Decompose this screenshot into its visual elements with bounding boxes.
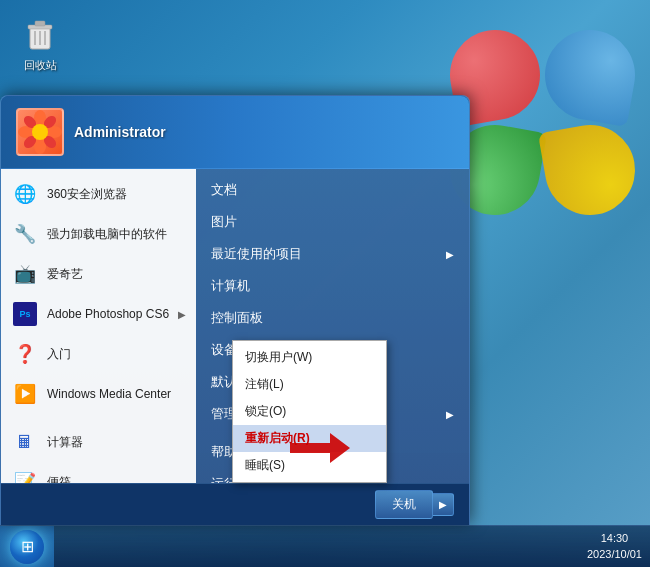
- recent-arrow: ▶: [446, 249, 454, 260]
- popup-switch-label: 切换用户(W): [245, 349, 312, 366]
- menu-item-calc-label: 计算器: [47, 434, 83, 451]
- admin-arrow: ▶: [446, 409, 454, 420]
- start-menu-user-header: Administrator: [1, 96, 469, 169]
- menu-item-wmp[interactable]: ▶️ Windows Media Center: [1, 374, 196, 414]
- shutdown-button[interactable]: 关机: [375, 490, 433, 519]
- start-orb: ⊞: [10, 530, 44, 564]
- menu-item-ps-label: Adobe Photoshop CS6: [47, 307, 169, 321]
- red-arrow-indicator: [290, 433, 350, 463]
- shutdown-arrow-button[interactable]: ▶: [433, 493, 454, 516]
- svg-marker-16: [290, 433, 350, 463]
- windows-logo: ⊞: [21, 537, 34, 556]
- popup-item-logout[interactable]: 注销(L): [233, 371, 386, 398]
- aiqiyi-icon: 📺: [11, 260, 39, 288]
- 360-icon: 🌐: [11, 180, 39, 208]
- popup-item-lock[interactable]: 锁定(O): [233, 398, 386, 425]
- right-item-recent[interactable]: 最近使用的项目 ▶: [196, 238, 469, 270]
- popup-logout-label: 注销(L): [245, 376, 284, 393]
- mail-icon: 📝: [11, 468, 39, 483]
- calc-icon: 🖩: [11, 428, 39, 456]
- menu-item-portal[interactable]: ❓ 入门: [1, 334, 196, 374]
- taskbar: ⊞ 14:30 2023/10/01: [0, 525, 650, 567]
- wmp-icon: ▶️: [11, 380, 39, 408]
- shutdown-label: 关机: [392, 497, 416, 511]
- svg-point-15: [32, 124, 48, 140]
- ps-arrow: ▶: [178, 309, 186, 320]
- start-button[interactable]: ⊞: [0, 526, 54, 568]
- user-name: Administrator: [74, 124, 166, 140]
- right-item-recent-label: 最近使用的项目: [211, 245, 302, 263]
- popup-lock-label: 锁定(O): [245, 403, 286, 420]
- menu-item-calc[interactable]: 🖩 计算器: [1, 422, 196, 462]
- menu-item-boost-label: 强力卸载电脑中的软件: [47, 226, 167, 243]
- recycle-bin-label: 回收站: [24, 58, 57, 73]
- clock: 14:30 2023/10/01: [587, 531, 642, 562]
- menu-item-aiqiyi-label: 爱奇艺: [47, 266, 83, 283]
- right-item-docs[interactable]: 文档: [196, 174, 469, 206]
- windows-flag: [450, 30, 650, 380]
- right-item-control-label: 控制面板: [211, 309, 263, 327]
- menu-item-boost[interactable]: 🔧 强力卸载电脑中的软件: [1, 214, 196, 254]
- menu-item-mail[interactable]: 📝 便筏: [1, 462, 196, 483]
- popup-item-switch[interactable]: 切换用户(W): [233, 344, 386, 371]
- menu-item-wmp-label: Windows Media Center: [47, 387, 171, 401]
- user-avatar: [16, 108, 64, 156]
- menu-item-mail-label: 便筏: [47, 474, 71, 484]
- ps-icon: Ps: [11, 300, 39, 328]
- clock-time: 14:30: [587, 531, 642, 546]
- menu-item-360[interactable]: 🌐 360安全浏览器: [1, 174, 196, 214]
- menu-item-360-label: 360安全浏览器: [47, 186, 127, 203]
- boost-icon: 🔧: [11, 220, 39, 248]
- portal-icon: ❓: [11, 340, 39, 368]
- menu-item-aiqiyi[interactable]: 📺 爱奇艺: [1, 254, 196, 294]
- start-menu-bottom: 关机 ▶: [1, 483, 469, 525]
- recycle-bin-image: [20, 15, 60, 55]
- taskbar-right: 14:30 2023/10/01: [587, 531, 650, 562]
- right-item-pictures[interactable]: 图片: [196, 206, 469, 238]
- right-item-computer[interactable]: 计算机: [196, 270, 469, 302]
- svg-rect-2: [35, 21, 45, 26]
- clock-date: 2023/10/01: [587, 547, 642, 562]
- recycle-bin-icon[interactable]: 回收站: [10, 15, 70, 73]
- right-item-pictures-label: 图片: [211, 213, 237, 231]
- start-menu-left-panel: 🌐 360安全浏览器 🔧 强力卸载电脑中的软件 📺 爱奇艺 Ps Adobe P…: [1, 169, 196, 483]
- menu-item-portal-label: 入门: [47, 346, 71, 363]
- right-item-control[interactable]: 控制面板: [196, 302, 469, 334]
- menu-item-ps[interactable]: Ps Adobe Photoshop CS6 ▶: [1, 294, 196, 334]
- popup-sleep-label: 睡眠(S): [245, 457, 285, 474]
- right-item-computer-label: 计算机: [211, 277, 250, 295]
- shutdown-btn-wrapper: 关机 ▶: [375, 490, 454, 519]
- desktop: 回收站: [0, 0, 650, 567]
- right-item-docs-label: 文档: [211, 181, 237, 199]
